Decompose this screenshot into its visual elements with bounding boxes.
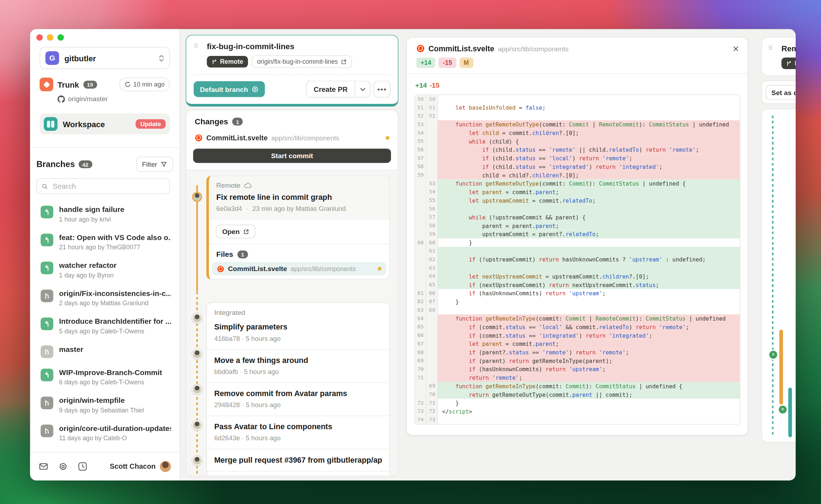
integrated-commit-row[interactable]: Remove commit from Avatar params 2948428… (207, 383, 389, 416)
mail-icon[interactable] (38, 462, 48, 472)
branch-list-item[interactable]: origin/Fix-inconsistencies-in-c... 2 day… (30, 284, 179, 312)
user-menu[interactable]: Scott Chacon (110, 461, 171, 472)
branch-list-item[interactable]: watcher refactor 1 day ago by Byron (30, 256, 179, 284)
diff-line[interactable]: 64 function getRemoteInType(commit: Comm… (415, 315, 740, 323)
diff-line[interactable]: 55 let upstreamCommit = commit.relatedTo… (415, 196, 740, 205)
set-as-button[interactable]: Set as de (766, 85, 796, 99)
diff-line[interactable]: 6368 (415, 306, 740, 315)
branch-list-item[interactable]: origin/win-tempfile 9 days ago by Sebast… (30, 391, 179, 419)
remote-commit-header[interactable]: Remote Fix remote line in commit graph 6… (209, 176, 389, 219)
close-icon[interactable]: ✕ (733, 44, 739, 54)
commit-avatar (192, 349, 202, 359)
diff-line[interactable]: 6060 } (415, 238, 740, 247)
diff-line[interactable]: 6166 if (hasUnknownCommits) return 'upst… (415, 289, 740, 297)
drag-handle-icon[interactable]: ⠿ (193, 44, 201, 48)
history-clock-icon[interactable] (78, 462, 88, 472)
branch-list-item[interactable]: WIP-Improve-Branch-Commit 6 days ago by … (30, 363, 179, 391)
search-input[interactable] (52, 181, 165, 191)
close-window-button[interactable] (36, 34, 43, 41)
branch-meta: 21 hours ago by TheGB0077 (59, 244, 171, 251)
branch-list-item[interactable]: origin/core-util-duration-updates 11 day… (30, 419, 179, 447)
diff-line[interactable]: 56 if (child.status == 'remote' || child… (415, 146, 740, 154)
project-selector[interactable]: G gitbutler (40, 47, 170, 69)
create-pr-dropdown[interactable] (355, 81, 370, 97)
diff-line[interactable]: 69 if (parent) return getRemoteInType(pa… (415, 357, 740, 365)
sync-button[interactable]: 10 min ago (119, 78, 170, 91)
diff-code-block[interactable]: 50505151 let baseIsUnfolded = false;5252… (414, 94, 740, 425)
workspace-item[interactable]: Workspace Update (40, 113, 170, 134)
cloud-icon (243, 182, 251, 188)
diff-line[interactable]: 67 let parent = commit.parent; (415, 340, 740, 348)
commit-meta: 6d2643e · 5 hours ago (214, 435, 382, 442)
integrated-commit-row[interactable]: Pass Avatar to Line components 6d2643e ·… (207, 416, 389, 449)
filter-button[interactable]: Filter (136, 157, 173, 172)
branch-options-button[interactable]: ••• (373, 81, 390, 98)
integrated-commit-row[interactable]: Simplify parameters 416ba78 · 5 hours ag… (207, 316, 389, 349)
diff-line[interactable]: 63 (415, 264, 740, 272)
diff-line[interactable]: 70 if (hasUnknownCommits) return 'upstre… (415, 365, 740, 374)
diff-line[interactable]: 5151 let baseIsUnfolded = false; (415, 103, 740, 112)
diff-line[interactable]: 5252 (415, 112, 740, 120)
diff-line[interactable]: 53 function getRemoteOutType(commit: Com… (415, 179, 740, 188)
diff-line[interactable]: 57 while (!upstreamCommit && parent) { (415, 213, 740, 222)
branch-card[interactable]: ⠿ fix-bug-in-commit-lines Remote origin/… (186, 35, 398, 106)
branch-list-item[interactable]: feat: Open with VS Code also o... 21 hou… (30, 228, 179, 256)
diff-line[interactable]: 58 parent = parent.parent; (415, 222, 740, 230)
workspace-label: Workspace (63, 119, 130, 128)
diff-line[interactable]: 54 let parent = commit.parent; (415, 188, 740, 196)
diff-line[interactable]: 61 (415, 247, 740, 255)
changed-file-row[interactable]: CommitList.svelte app/src/lib/components (186, 131, 398, 147)
open-commit-button[interactable]: Open (216, 225, 255, 238)
trunk-label[interactable]: Trunk (57, 80, 79, 89)
branch-type-icon (41, 317, 53, 330)
diff-line[interactable]: 5050 (415, 95, 740, 104)
update-badge[interactable]: Update (136, 119, 166, 129)
diff-line[interactable]: 59 child = child?.children?.[0]; (415, 171, 740, 180)
right-commit-graph: ✕ ✕ (761, 109, 796, 442)
branch-search[interactable] (36, 178, 170, 194)
diff-line[interactable]: 62 if (!upstreamCommit) return hasUnknow… (415, 255, 740, 264)
create-pr-button[interactable]: Create PR (307, 81, 355, 97)
settings-gear-icon[interactable] (58, 462, 68, 472)
diff-line[interactable]: 71 return 'remote'; (415, 373, 740, 382)
diff-line[interactable]: 55 while (child) { (415, 137, 740, 146)
branch-list-item[interactable]: master (30, 340, 179, 363)
external-link-icon (243, 229, 249, 234)
diff-line[interactable]: 54 let child = commit.children?.[0]; (415, 129, 740, 137)
diff-line[interactable]: 69 function getRemoteInType(commit: Comm… (415, 382, 740, 390)
diff-line[interactable]: 59 upstreamCommit = parent?.relatedTo; (415, 230, 740, 239)
commit-meta: 2948428 · 5 hours ago (214, 401, 382, 409)
branch-name: origin/core-util-duration-updates (59, 424, 171, 432)
commit-file-row[interactable]: CommitList.svelte app/src/lib/components (212, 262, 386, 275)
default-branch-button[interactable]: Default branch (193, 81, 265, 97)
files-heading: Files (216, 250, 233, 259)
diff-line[interactable]: 53 function getRemoteOutType(commit: Com… (415, 120, 740, 129)
diff-line[interactable]: 6267 } (415, 297, 740, 306)
diff-line[interactable]: 65 if (nextUpstreamCommit) return nextUp… (415, 281, 740, 289)
integrated-commit-row[interactable]: Merge pull request #3967 from gitbutlera… (207, 450, 389, 472)
trunk-remote-ref[interactable]: origin/master (68, 95, 108, 103)
diff-line[interactable]: 7372</script> (415, 407, 740, 416)
diff-line[interactable]: 68 if (parent?.status == 'remote') retur… (415, 348, 740, 357)
integrated-commit-row[interactable]: Move a few things around bbd0afb · 5 hou… (207, 350, 389, 383)
user-name: Scott Chacon (110, 463, 156, 471)
branch-list-item[interactable]: Introduce BranchIdentifier for ... 5 day… (30, 312, 179, 339)
diff-line[interactable]: 64 let nextUpstreamCommit = upstreamComm… (415, 272, 740, 281)
branch-name: feat: Open with VS Code also o... (59, 233, 171, 241)
minimize-window-button[interactable] (47, 34, 53, 41)
right-branch-card[interactable]: ⠿ Remote Remote (761, 37, 796, 76)
diff-line[interactable]: 65 if (commit.status == 'local' && commi… (415, 323, 740, 331)
remote-ref-link[interactable]: origin/fix-bug-in-commit-lines (252, 55, 352, 68)
branch-list-item[interactable]: handle sign failure 1 hour ago by krlvi (30, 200, 179, 228)
diff-line[interactable]: 7473 (415, 416, 740, 424)
drag-handle-icon[interactable]: ⠿ (768, 46, 776, 50)
start-commit-button[interactable]: Start commit (193, 148, 391, 163)
diff-line[interactable]: 56 (415, 205, 740, 213)
diff-line[interactable]: 58 if (child.status == 'integrated') ret… (415, 162, 740, 171)
branch-list: handle sign failure 1 hour ago by krlvi … (30, 200, 179, 452)
diff-line[interactable]: 70 return getRemoteOutType(commit.parent… (415, 390, 740, 399)
diff-line[interactable]: 7271 } (415, 399, 740, 407)
diff-line[interactable]: 57 if (child.status == 'local') return '… (415, 154, 740, 162)
zoom-window-button[interactable] (57, 34, 64, 41)
diff-line[interactable]: 66 if (commit.status == 'integrated') re… (415, 331, 740, 340)
